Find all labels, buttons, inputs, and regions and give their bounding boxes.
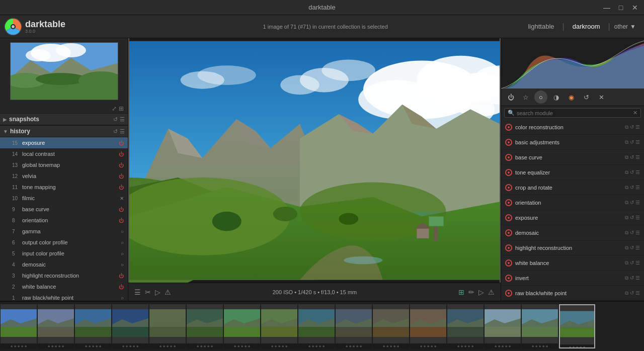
module-reset-icon[interactable]: ↺ (630, 124, 634, 130)
warning-icon[interactable]: ⚠ (488, 288, 495, 296)
edit-icon[interactable]: ✏ (468, 288, 474, 296)
filmstrip-thumb[interactable]: ★ ★ ★ ★ ★ (112, 304, 148, 348)
module-item[interactable]: color reconstruction ⧉ ↺ ☰ (501, 120, 644, 135)
module-reset-icon[interactable]: ↺ (630, 154, 634, 160)
module-copy-icon[interactable]: ⧉ (625, 154, 628, 160)
module-reset-icon[interactable]: ↺ (630, 275, 634, 281)
module-menu-icon[interactable]: ☰ (635, 154, 640, 160)
module-reset-icon[interactable]: ↺ (630, 260, 634, 266)
filmstrip-thumb[interactable]: ★ ★ ★ ★ ★ (336, 304, 372, 348)
module-menu-icon[interactable]: ☰ (635, 124, 640, 130)
play-icon[interactable]: ▷ (155, 288, 160, 296)
module-copy-icon[interactable]: ⧉ (625, 139, 628, 145)
grid-icon[interactable]: ☰ (134, 288, 141, 296)
history-item[interactable]: 7 gamma ○ (0, 226, 128, 237)
module-reset-icon[interactable]: ↺ (630, 290, 634, 296)
history-reset-icon[interactable]: ↺ (113, 128, 118, 135)
filmstrip-thumb[interactable]: ★ ★ ★ ★ ★ (187, 304, 223, 348)
module-menu-icon[interactable]: ☰ (635, 230, 640, 236)
module-menu-icon[interactable]: ☰ (635, 139, 640, 145)
history-item[interactable]: 8 orientation ⏻ (0, 215, 128, 226)
module-item[interactable]: raw black/white point ⧉ ↺ ☰ (501, 286, 644, 301)
color-grid-icon[interactable]: ⊞ (458, 288, 464, 296)
maximize-button[interactable]: □ (616, 4, 626, 12)
history-item[interactable]: 4 demosaic ○ (0, 259, 128, 270)
filmstrip-thumb[interactable]: ★ ★ ★ ★ ★ (261, 304, 297, 348)
module-circle-btn[interactable]: ○ (534, 91, 547, 104)
history-item[interactable]: 12 velvia ⏻ (0, 170, 128, 182)
module-item[interactable]: crop and rotate ⧉ ↺ ☰ (501, 180, 644, 195)
module-menu-icon[interactable]: ☰ (635, 185, 640, 191)
history-item[interactable]: 11 tone mapping ⏻ (0, 182, 128, 193)
history-item[interactable]: 3 highlight reconstruction ⏻ (0, 270, 128, 281)
filmstrip-thumb[interactable]: ★ ★ ★ ★ ★ (298, 304, 335, 348)
history-menu-icon[interactable]: ☰ (120, 128, 125, 135)
close-button[interactable]: ✕ (630, 4, 640, 12)
module-copy-icon[interactable]: ⧉ (625, 230, 628, 236)
alert-icon[interactable]: ⚠ (165, 288, 171, 296)
module-menu-icon[interactable]: ☰ (635, 200, 640, 206)
module-copy-icon[interactable]: ⧉ (625, 260, 628, 266)
module-reset-icon[interactable]: ↺ (630, 245, 634, 251)
module-item[interactable]: tone equalizer ⧉ ↺ ☰ (501, 165, 644, 180)
filmstrip-thumb[interactable]: ★ ★ ★ ★ ★ (149, 304, 186, 348)
filmstrip-thumb[interactable]: ★ ★ ★ ★ ★ (447, 304, 484, 348)
nav-darkroom[interactable]: darkroom (565, 21, 608, 32)
module-copy-icon[interactable]: ⧉ (625, 185, 628, 191)
module-reset-icon[interactable]: ↺ (630, 169, 634, 176)
module-reset-icon[interactable]: ↺ (630, 230, 634, 236)
play2-icon[interactable]: ▷ (478, 288, 484, 296)
module-copy-icon[interactable]: ⧉ (625, 290, 628, 296)
crop-icon[interactable]: ✂ (145, 288, 151, 296)
filmstrip-thumb[interactable]: ★ ★ ★ ★ ★ (1, 304, 37, 348)
module-item[interactable]: exposure ⧉ ↺ ☰ (501, 210, 644, 225)
history-item[interactable]: 9 base curve ⏻ (0, 204, 128, 215)
snapshots-menu-icon[interactable]: ☰ (120, 116, 125, 123)
filmstrip-thumb[interactable]: ★ ★ ★ ★ ★ (75, 304, 111, 348)
nav-lighttable[interactable]: lighttable (520, 21, 562, 32)
history-item[interactable]: 6 output color profile ○ (0, 237, 128, 248)
module-search-btn[interactable]: ✕ (595, 91, 608, 104)
module-menu-icon[interactable]: ☰ (635, 215, 640, 221)
module-reset-icon[interactable]: ↺ (630, 215, 634, 221)
module-copy-icon[interactable]: ⧉ (625, 275, 628, 281)
filmstrip-thumb[interactable]: ★ ★ ★ ★ ★ (410, 304, 446, 348)
snapshots-section-header[interactable]: ▶ snapshots ↺ ☰ (0, 113, 128, 125)
filmstrip-thumb[interactable]: ★ ★ ★ ★ ★ (485, 304, 521, 348)
module-power-btn[interactable]: ⏻ (504, 91, 517, 104)
preview-grid-icon[interactable]: ⊞ (119, 105, 124, 112)
history-section-header[interactable]: ▼ history ↺ ☰ (0, 125, 128, 137)
history-item[interactable]: 15 exposure ⏻ (0, 137, 128, 148)
module-copy-icon[interactable]: ⧉ (625, 169, 628, 176)
module-item[interactable]: orientation ⧉ ↺ ☰ (501, 195, 644, 210)
snapshots-reset-icon[interactable]: ↺ (113, 116, 118, 123)
module-reset-icon[interactable]: ↺ (630, 200, 634, 206)
minimize-button[interactable]: — (602, 4, 612, 12)
filmstrip-thumb[interactable]: ★ ★ ★ ★ ★ (373, 304, 409, 348)
filmstrip-thumb[interactable]: ★ ★ ★ ★ ★ (224, 304, 260, 348)
filmstrip-thumb[interactable]: ★ ★ ★ ★ ★ (559, 304, 595, 348)
module-menu-icon[interactable]: ☰ (635, 275, 640, 281)
module-reset-icon[interactable]: ↺ (630, 185, 634, 191)
history-item[interactable]: 13 global tonemap ⏻ (0, 159, 128, 170)
module-menu-icon[interactable]: ☰ (635, 245, 640, 251)
module-reset-icon[interactable]: ↺ (630, 139, 634, 145)
module-menu-icon[interactable]: ☰ (635, 260, 640, 266)
module-menu-icon[interactable]: ☰ (635, 290, 640, 296)
history-item[interactable]: 1 raw black/white point ○ (0, 292, 128, 301)
nav-other-dropdown[interactable]: other ▼ (610, 21, 640, 32)
history-item[interactable]: 10 filmic ✕ (0, 193, 128, 204)
history-item[interactable]: 2 white balance ⏻ (0, 281, 128, 292)
module-item[interactable]: basic adjustments ⧉ ↺ ☰ (501, 135, 644, 150)
preview-expand-icon[interactable]: ⤢ (112, 105, 117, 112)
module-item[interactable]: white balance ⧉ ↺ ☰ (501, 255, 644, 271)
module-copy-icon[interactable]: ⧉ (625, 215, 628, 221)
module-menu-icon[interactable]: ☰ (635, 169, 640, 176)
module-item[interactable]: demosaic ⧉ ↺ ☰ (501, 225, 644, 240)
module-item[interactable]: highlight reconstruction ⧉ ↺ ☰ (501, 240, 644, 255)
module-copy-icon[interactable]: ⧉ (625, 124, 628, 130)
module-copy-icon[interactable]: ⧉ (625, 200, 628, 206)
module-copy-icon[interactable]: ⧉ (625, 245, 628, 251)
filmstrip-thumb[interactable]: ★ ★ ★ ★ ★ (38, 304, 74, 348)
module-item[interactable]: invert ⧉ ↺ ☰ (501, 271, 644, 286)
